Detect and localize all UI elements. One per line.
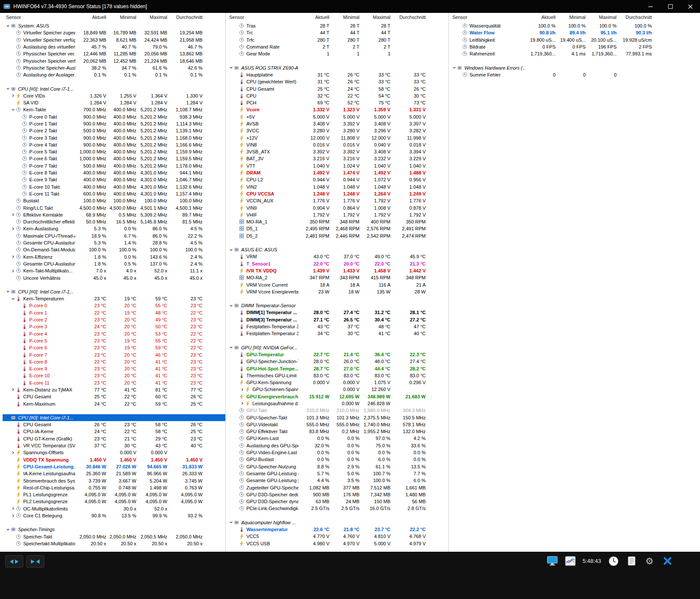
sensor-row[interactable]: +5V5.000 V5.000 V5.000 V5.000 V [226,113,448,120]
sensor-row[interactable]: Rest-of-Chip-Leistungsa...0.755 W0.748 W… [3,484,225,491]
sensor-row[interactable]: PL1 Leistungsgrenze4,095.0 W4,095.0 W4,0… [3,491,225,498]
sensor-row[interactable]: Leistungsaufnahme d...0.000 W246.828 W [226,400,448,407]
sensor-row[interactable]: P-core 5 Takt1,000.0 MHz400.0 MHz5,201.2… [3,148,225,155]
sensor-row[interactable]: P-core 122 °C19 °C48 °C22 °C [3,309,225,316]
sensor-row[interactable]: Auslastung des GPU-Spei...32.0 %0.0 %75.… [226,442,448,449]
sensor-row[interactable]: Kern-Takt-Multiplikato...7.0 x4.0 x52.0 … [3,267,225,274]
sensor-row[interactable]: P-core 223 °C20 °C49 °C23 °C [3,316,225,323]
sensor-row[interactable]: CPU (gewichteter Wert)31 °C26 °C33 °C33 … [226,78,448,85]
minimize-button[interactable] [641,0,660,13]
sensor-row[interactable]: CPU Gesamt25 °C22 °C60 °C26 °C [3,393,225,400]
sensor-row[interactable]: DIMM[3] Temperatur ...27.1 °C26.5 °C30.4… [226,316,448,323]
sensor-row[interactable]: MO-RA_2347 RPM343 RPM415 RPM348 RPM [226,274,448,281]
sensor-row[interactable]: P-core 1 Takt900.0 MHz400.0 MHz5,201.2 M… [3,120,225,127]
sensor-row[interactable]: DRAM1.492 V1.474 V1.492 V1.488 V [226,169,448,176]
sensor-row[interactable]: IVR TX VDDQ1.439 V1.433 V1.458 V1.442 V [226,267,448,274]
collapse-chevron-icon[interactable] [229,248,234,252]
clock-button[interactable] [608,555,619,567]
sensor-row[interactable]: T_Sensor122.0 °C20.0 °C22.0 °C21.3 °C [226,260,448,267]
sensor-row[interactable]: CPU Gesamt25 °C24 °C58 °C26 °C [226,85,448,92]
sensor-row[interactable]: CPU32 °C22 °C54 °C30 °C [226,92,448,99]
sensor-row[interactable]: Physischer Speicher ver...12,446 MB11,28… [3,50,225,57]
sensor-row[interactable]: Core VIDs1.326 V1.255 V1.364 V1.330 V [3,92,225,99]
sensor-row[interactable]: Tras28 T28 T28 T [226,22,448,29]
sensor-group-header[interactable]: CPU [#0]: Intel Core i7-1... [3,85,225,92]
sensor-row[interactable]: P-core 7 Takt500.0 MHz400.0 MHz5,201.2 M… [3,162,225,169]
sensor-row[interactable]: GPU-Takt210.0 MHz210.0 MHz1,980.0 MHz304… [226,407,448,414]
sensor-row[interactable]: Hauptplatine31 °C26 °C33 °C33 °C [226,71,448,78]
sensor-row[interactable]: P-core 623 °C19 °C59 °C22 °C [3,344,225,351]
sensor-row[interactable]: GPU-Speicher-Nutzung8.8 %2.9 %61.1 %13.5… [226,463,448,470]
sensor-group-header[interactable]: ASUS ROG STRIX Z690-A... [226,64,448,71]
expand-chevron-icon[interactable] [11,388,16,391]
sensor-row[interactable]: Auslastung des virtuellen...45.7 %40.7 %… [3,43,225,50]
sensor-row[interactable]: CPU L20.944 V0.944 V1.072 V0.956 V [226,176,448,183]
sensor-row[interactable]: Bustakt100.0 MHz100.0 MHz100.0 MHz100.0 … [3,197,225,204]
sensor-row[interactable]: GPU-Buslast0.0 %0.0 %6.0 %0.0 % [226,456,448,463]
column-header-minimal[interactable]: Minimal [556,15,586,20]
expand-chevron-icon[interactable] [240,401,245,405]
sensor-row[interactable]: VIN90.904 V0.864 V1.008 V0.878 V [226,204,448,211]
column-header-aktuell[interactable]: Aktuell [525,15,556,20]
sensor-row[interactable]: Ring/LLC Takt4,500.0 MHz4,500.0 MHz4,501… [3,204,225,211]
sensor-row[interactable]: GPU-Kern-Last0.0 %0.0 %97.0 %4.2 % [226,435,448,442]
sensor-row[interactable]: P-core 723 °C20 °C46 °C23 °C [3,351,225,358]
column-header-durchschnitt[interactable]: Durchschnitt [167,15,203,20]
sensor-row[interactable]: Spannungs-Offsets0.000 V0.000 V [3,449,225,456]
sensor-group-header[interactable]: GPU [#0]: NVIDIA GeFor... [226,344,448,351]
collapse-chevron-icon[interactable] [229,345,234,349]
sensor-row[interactable]: AVSB3.408 V3.392 V3.408 V3.397 V [226,120,448,127]
sensor-row[interactable]: Thermisches GPU-Limit83.0 °C83.0 °C83.0 … [226,372,448,379]
sensor-group-header[interactable]: CPU [#0]: Intel Core i7-1... [3,414,225,421]
sensor-row[interactable]: PCH69 °C52 °C75 °C73 °C [226,99,448,106]
sensor-row[interactable]: VCC54.770 V4.760 V4.810 V4.768 V [226,533,448,540]
sensor-row[interactable]: GPU-Speicher-Takt101.3 MHz101.3 MHz2,375… [226,414,448,421]
column-header-aktuell[interactable]: Aktuell [75,15,106,20]
sensor-row[interactable]: MO-RA_1350 RPM348 RPM400 RPM350 RPM [226,218,448,225]
sensor-row[interactable]: GPU-Videotakt555.0 MHz555.0 MHz1,740.0 M… [226,421,448,428]
sensor-row[interactable]: Uncore Verhältnis45.0 x45.0 x45.0 x45.0 … [3,274,225,281]
sensor-row[interactable]: Festplatten-Temperatur 334 °C30 °C41 °C4… [226,330,448,337]
close-sensors-button[interactable] [662,555,673,567]
sensor-row[interactable]: Water Flow90.8 l/h89.4 l/h95.1 l/h90.3 l… [449,29,700,36]
sensor-row[interactable]: Summe Fehler000 [449,71,700,78]
sensor-row[interactable]: Gear Mode111 [226,50,448,57]
sensor-group-header[interactable]: DIMM Temperatur-Sensor [226,302,448,309]
sensor-row[interactable]: OC-Multiplikatorlimits30.0 x52.0 x [3,505,225,512]
sensor-row[interactable]: GPU-Video-Engine-Last0.0 %0.0 %0.0 %0.0 … [226,449,448,456]
collapse-chevron-icon[interactable] [6,528,11,532]
column-header-sensor[interactable]: Sensor [229,15,298,20]
settings-gear-button[interactable]: ⚙ [644,555,655,567]
sensor-row[interactable]: Zugeteilter GPU-Speicher1,082 MB377 MB7,… [226,484,448,491]
sensor-row[interactable]: Physische Speicher-Ausla...38.2 %34.7 %6… [3,64,225,71]
column-header-maximal[interactable]: Maximal [586,15,617,20]
sensor-group-header[interactable]: System: ASUS [3,22,225,29]
sensor-row[interactable]: GPU-Hot-Spot-Tempe...28.7 °C27.0 °C44.4 … [226,365,448,372]
sensor-row[interactable]: Auslastung der Auslager...0.1 %0.1 %0.1 … [3,71,225,78]
collapse-chevron-icon[interactable] [11,108,16,112]
nav-arrows-outward-button[interactable] [5,555,23,568]
sensor-row[interactable]: GPU Energieverbrauch15.912 W12.695 W348.… [226,393,448,400]
sensor-row[interactable]: VHIF1.792 V1.792 V1.792 V1.792 V [226,211,448,218]
remote-monitor-button[interactable] [546,555,558,567]
sensor-row[interactable]: Physischer Speicher verf...20,062 MB12,4… [3,57,225,64]
sensor-row[interactable]: P-core 423 °C20 °C53 °C22 °C [3,330,225,337]
graph-window-button[interactable] [565,555,576,567]
sensor-row[interactable]: P-core 523 °C19 °C55 °C22 °C [3,337,225,344]
sensor-row[interactable]: Virtueller Speicher verfüg...22,363 MB8,… [3,37,225,43]
column-header-durchschnitt[interactable]: Durchschnitt [390,15,426,20]
sensor-row[interactable]: E-core 822 °C20 °C41 °C23 °C [3,358,225,365]
sensor-row[interactable]: Durchschnittlicher effekti...50.0 MHz16.… [3,218,225,225]
sensor-row[interactable]: GPU Effektiver Takt83.8 MHz0.2 MHz1,955.… [226,428,448,435]
sensor-row[interactable]: E-core 10 Takt400.0 MHz400.0 MHz4,301.0 … [3,183,225,190]
sensor-row[interactable]: E-core 1023 °C20 °C41 °C23 °C [3,372,225,379]
sensor-row[interactable]: P-core 6 Takt1,000.0 MHz400.0 MHz5,201.2… [3,155,225,162]
report-button[interactable] [626,555,637,567]
sensor-row[interactable]: Kern-Effizienz1.8 %0.0 %143.6 %2.4 % [3,254,225,260]
sensor-row[interactable]: Kern-Auslastung5.3 %0.0 %86.0 %4.5 % [3,225,225,232]
sensor-row[interactable]: VRM Vcore Current18 A18 A116 A21 A [226,281,448,288]
expand-chevron-icon[interactable] [240,388,245,391]
sensor-row[interactable]: VCCIN_AUX1.776 V1.776 V1.792 V1.776 V [226,197,448,204]
sensor-row[interactable]: Kern-Temperaturen23 °C19 °C59 °C23 °C [3,295,225,302]
collapse-chevron-icon[interactable] [6,24,11,28]
